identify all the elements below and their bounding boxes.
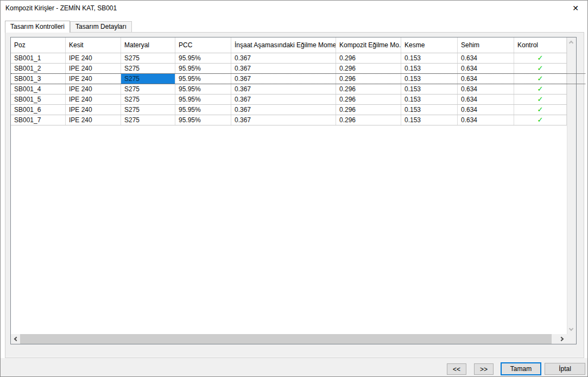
table-row[interactable]: SB001_3IPE 240S27595.95%0.3670.2960.1530… (11, 74, 567, 84)
table-cell[interactable]: 0.367 (231, 95, 336, 104)
table-grid: PozKesitMateryalPCCİnşaat Aşamasındaki E… (11, 37, 567, 125)
scroll-left-icon (14, 337, 18, 341)
scroll-right-icon (559, 337, 564, 341)
table-cell[interactable]: S275 (121, 115, 175, 125)
table-row[interactable]: SB001_1IPE 240S27595.95%0.3670.2960.1530… (11, 53, 567, 64)
table-cell[interactable]: 0.296 (336, 95, 401, 104)
column-header[interactable]: Kompozit Eğilme Mo... (336, 37, 401, 53)
selection-focus-line-bottom (11, 84, 585, 84)
cancel-button[interactable]: İptal (545, 363, 585, 375)
tab-tasarim-detaylari[interactable]: Tasarım Detayları (70, 21, 132, 32)
table-cell[interactable]: SB001_4 (11, 84, 66, 94)
table-cell[interactable]: S275 (121, 64, 175, 73)
check-icon: ✓ (514, 53, 567, 63)
column-header[interactable]: Kesme (401, 37, 458, 53)
check-icon: ✓ (514, 64, 567, 73)
table-cell[interactable]: 0.634 (458, 64, 514, 73)
title-bar: Kompozit Kirişler - ZEMİN KAT, SB001 ✕ (1, 1, 587, 17)
vertical-scrollbar[interactable] (567, 37, 576, 334)
table-row[interactable]: SB001_4IPE 240S27595.95%0.3670.2960.1530… (11, 84, 567, 95)
table-cell[interactable]: 0.367 (231, 105, 336, 115)
column-header[interactable]: Kontrol (514, 37, 567, 53)
table-cell[interactable]: 95.95% (175, 105, 231, 115)
table-row[interactable]: SB001_5IPE 240S27595.95%0.3670.2960.1530… (11, 95, 567, 105)
table-cell[interactable]: 95.95% (175, 95, 231, 104)
column-header[interactable]: Poz (11, 37, 66, 53)
table-cell[interactable]: 0.367 (231, 53, 336, 63)
table-cell[interactable]: 0.367 (231, 84, 336, 94)
table-cell[interactable]: IPE 240 (66, 115, 121, 125)
results-table: PozKesitMateryalPCCİnşaat Aşamasındaki E… (10, 37, 577, 344)
column-header[interactable]: Kesit (66, 37, 121, 53)
scroll-down-icon[interactable] (569, 326, 573, 331)
table-cell[interactable]: SB001_2 (11, 64, 66, 73)
table-cell[interactable]: 0.153 (401, 53, 458, 63)
table-cell[interactable]: IPE 240 (66, 105, 121, 115)
table-cell[interactable]: 95.95% (175, 84, 231, 94)
column-header[interactable]: PCC (175, 37, 231, 53)
check-icon: ✓ (514, 95, 567, 104)
table-cell[interactable]: 0.153 (401, 64, 458, 73)
table-cell[interactable]: 0.634 (458, 53, 514, 63)
table-row[interactable]: SB001_2IPE 240S27595.95%0.3670.2960.1530… (11, 64, 567, 74)
scrollbar-corner (567, 334, 576, 344)
table-row[interactable]: SB001_6IPE 240S27595.95%0.3670.2960.1530… (11, 105, 567, 115)
table-cell[interactable]: 0.153 (401, 115, 458, 125)
table-cell[interactable]: 0.634 (458, 115, 514, 125)
table-cell[interactable]: SB001_7 (11, 115, 66, 125)
table-cell[interactable]: IPE 240 (66, 95, 121, 104)
column-header[interactable]: Sehim (458, 37, 514, 53)
table-cell[interactable]: 0.153 (401, 105, 458, 115)
table-cell[interactable]: IPE 240 (66, 74, 121, 84)
table-cell[interactable]: 0.296 (336, 74, 401, 84)
table-cell[interactable]: 0.153 (401, 84, 458, 94)
table-cell[interactable]: 0.367 (231, 115, 336, 125)
table-cell[interactable]: 0.296 (336, 115, 401, 125)
table-cell[interactable]: S275 (121, 74, 175, 84)
table-cell[interactable]: 0.634 (458, 84, 514, 94)
scroll-left-button[interactable] (11, 334, 20, 344)
table-cell[interactable]: 95.95% (175, 74, 231, 84)
table-row[interactable]: SB001_7IPE 240S27595.95%0.3670.2960.1530… (11, 115, 567, 125)
table-cell[interactable]: 0.296 (336, 84, 401, 94)
ok-button[interactable]: Tamam (501, 362, 541, 375)
tab-tasarim-kontrolleri[interactable]: Tasarım Kontrolleri (5, 21, 70, 33)
table-cell[interactable]: S275 (121, 105, 175, 115)
check-icon: ✓ (514, 74, 567, 84)
table-cell[interactable]: 95.95% (175, 64, 231, 73)
table-cell[interactable]: 0.153 (401, 74, 458, 84)
table-cell[interactable]: 0.296 (336, 64, 401, 73)
tab-bar: Tasarım Kontrolleri Tasarım Detayları (5, 20, 132, 32)
scroll-up-icon[interactable] (569, 41, 573, 45)
table-cell[interactable]: 95.95% (175, 53, 231, 63)
table-cell[interactable]: S275 (121, 95, 175, 104)
table-cell[interactable]: 0.296 (336, 105, 401, 115)
table-cell[interactable]: 0.367 (231, 74, 336, 84)
table-cell[interactable]: SB001_6 (11, 105, 66, 115)
horizontal-scrollbar[interactable] (11, 334, 567, 344)
table-cell[interactable]: SB001_1 (11, 53, 66, 63)
column-header[interactable]: Materyal (121, 37, 175, 53)
table-cell[interactable]: 0.634 (458, 95, 514, 104)
table-cell[interactable]: IPE 240 (66, 84, 121, 94)
table-cell[interactable]: S275 (121, 84, 175, 94)
table-cell[interactable]: SB001_3 (11, 74, 66, 84)
table-cell[interactable]: 0.634 (458, 74, 514, 84)
column-header[interactable]: İnşaat Aşamasındaki Eğilme Momenti (231, 37, 336, 53)
table-cell[interactable]: IPE 240 (66, 53, 121, 63)
close-icon[interactable]: ✕ (567, 2, 584, 15)
table-cell[interactable]: SB001_5 (11, 95, 66, 104)
table-cell[interactable]: 0.367 (231, 64, 336, 73)
table-cell[interactable]: 0.634 (458, 105, 514, 115)
horizontal-scrollbar-thumb[interactable] (20, 334, 552, 344)
selection-focus-line-top (11, 73, 585, 74)
table-cell[interactable]: IPE 240 (66, 64, 121, 73)
check-icon: ✓ (514, 115, 567, 125)
next-button[interactable]: >> (474, 363, 494, 375)
scroll-right-button[interactable] (558, 334, 567, 344)
table-cell[interactable]: 95.95% (175, 115, 231, 125)
table-cell[interactable]: 0.153 (401, 95, 458, 104)
table-cell[interactable]: S275 (121, 53, 175, 63)
previous-button[interactable]: << (447, 363, 466, 375)
table-cell[interactable]: 0.296 (336, 53, 401, 63)
